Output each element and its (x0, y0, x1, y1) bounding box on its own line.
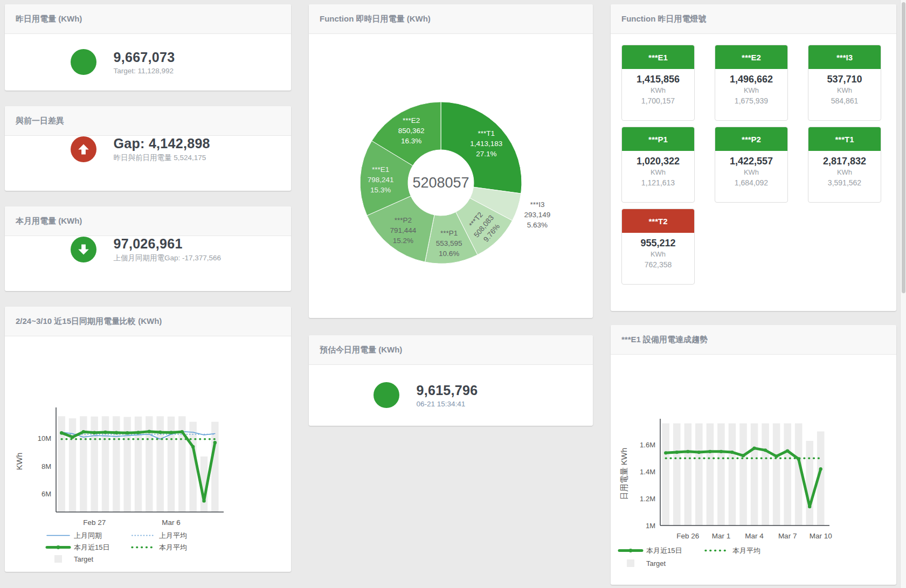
status-tile-P1[interactable]: ***P11,020,322KWh1,121,613 (621, 127, 695, 203)
scrollbar-thumb[interactable] (902, 2, 905, 293)
tile-label: ***P2 (715, 127, 787, 151)
card-month-usage: 本月用電量 (KWh) 97,026,961 上個月同期用電Gap: -17,3… (5, 206, 291, 291)
x-tick-label: Mar 10 (810, 532, 832, 540)
card-e1-trend: ***E1 設備用電達成趨勢 1M1.2M1.4M1.6M日用電量 KWhFeb… (611, 325, 896, 585)
series-point (71, 435, 74, 439)
tile-value: 1,020,322 (622, 156, 694, 167)
card-estimate-header: 預估今日用電量 (KWh) (309, 335, 593, 365)
card-lights: Function 昨日用電燈號 ***E11,415,856KWh1,700,1… (611, 4, 896, 311)
yesterday-target: Target: 11,128,992 (114, 67, 226, 75)
tile-value: 955,212 (622, 238, 694, 249)
series-point (158, 431, 162, 434)
legend-label: 本月近15日 (74, 543, 109, 551)
series-point (697, 451, 701, 454)
tile-unit: KWh (715, 168, 787, 176)
legend-item-本月近15日[interactable]: 本月近15日 (47, 543, 109, 551)
donut-chart: ***T11,413,18327.1%***I3293,1495.63%***T… (309, 34, 593, 316)
yesterday-kpi: 9,667,073 Target: 11,128,992 (5, 34, 291, 90)
series-point (115, 431, 118, 434)
tile-label: ***E1 (622, 45, 694, 69)
status-tile-I3[interactable]: ***I3537,710KWh584,861 (808, 45, 881, 121)
target-bar (773, 423, 780, 525)
dashboard-page: 昨日用電量 (KWh) 9,667,073 Target: 11,128,992… (0, 0, 906, 585)
series-point (686, 450, 689, 453)
series-point (664, 451, 667, 454)
month-value: 97,026,961 (114, 236, 226, 252)
tile-value: 2,817,832 (808, 156, 881, 167)
tile-target: 1,675,939 (715, 96, 787, 105)
target-bar (739, 423, 747, 525)
series-point (82, 430, 85, 433)
tile-unit: KWh (622, 86, 694, 94)
card-yesterday-header: 昨日用電量 (KWh) (5, 4, 291, 34)
card-day-gap-title: 與前一日差異 (16, 116, 64, 125)
estimate-kpi: 9,615,796 06-21 15:34:41 (309, 365, 593, 425)
legend-item-本月近15日[interactable]: 本月近15日 (619, 547, 682, 555)
series-point (752, 446, 756, 449)
y-tick-label: 8M (42, 462, 51, 471)
card-lights-header: Function 昨日用電燈號 (611, 4, 896, 34)
tile-target: 1,684,092 (715, 178, 787, 187)
card-month-title: 本月用電量 (KWh) (16, 216, 82, 225)
card-month-header: 本月用電量 (KWh) (5, 206, 291, 236)
status-tile-E2[interactable]: ***E21,496,662KWh1,675,939 (715, 45, 788, 121)
legend-label: 本月平均 (732, 547, 760, 555)
target-bar (695, 423, 703, 525)
tile-label: ***P1 (622, 127, 694, 151)
series-point (169, 431, 172, 434)
x-tick-label: Mar 7 (778, 532, 797, 540)
target-bar (91, 417, 98, 512)
target-bar (717, 423, 725, 525)
middle-column: Function 即時日用電量 (KWh) ***T11,413,18327.1… (309, 4, 593, 585)
series-point (786, 449, 789, 452)
card-lights-title: Function 昨日用電燈號 (621, 14, 707, 23)
legend-label: Target (74, 555, 94, 563)
target-bar (751, 423, 758, 525)
card-day-gap-header: 與前一日差異 (5, 106, 291, 136)
card-yesterday-title: 昨日用電量 (KWh) (16, 14, 82, 23)
target-bar (784, 423, 791, 525)
series-point (60, 431, 63, 434)
tile-label: ***E2 (715, 45, 787, 69)
donut-label-I3: ***I3293,1495.63% (524, 200, 551, 229)
legend-label: 本月平均 (159, 543, 187, 551)
tile-label: ***I3 (808, 45, 881, 69)
lights-grid: ***E11,415,856KWh1,700,157***E21,496,662… (611, 34, 896, 285)
status-tile-T2[interactable]: ***T2955,212KWh762,358 (621, 209, 695, 285)
series-point (742, 454, 745, 457)
scrollbar[interactable] (900, 0, 906, 588)
target-bar (673, 423, 681, 525)
y-axis-label: KWh (15, 453, 24, 471)
y-axis-label: 日用電量 KWh (619, 448, 628, 500)
status-tile-E1[interactable]: ***E11,415,856KWh1,700,157 (621, 45, 695, 121)
series-point (181, 430, 184, 433)
legend-item-Target[interactable]: Target (627, 559, 666, 568)
tile-unit: KWh (622, 250, 694, 258)
target-bar (69, 418, 76, 512)
x-tick-label: Feb 26 (676, 532, 699, 540)
card-compare15-header: 2/24~3/10 近15日同期用電量比較 (KWh) (5, 307, 291, 336)
tile-value: 537,710 (808, 74, 881, 85)
month-gap-subtext: 上個月同期用電Gap: -17,377,566 (114, 253, 226, 263)
y-tick-label: 10M (38, 434, 51, 442)
status-tile-P2[interactable]: ***P21,422,557KWh1,684,092 (715, 127, 788, 203)
legend-item-本月平均[interactable]: 本月平均 (706, 547, 760, 555)
card-compare15-title: 2/24~3/10 近15日同期用電量比較 (KWh) (16, 316, 162, 326)
y-tick-label: 1.6M (640, 441, 655, 449)
legend-item-上月平均[interactable]: 上月平均 (132, 531, 187, 539)
status-tile-T1[interactable]: ***T12,817,832KWh3,591,562 (808, 127, 881, 203)
series-point (103, 431, 107, 434)
legend-item-Target[interactable]: Target (54, 555, 94, 563)
tile-target: 584,861 (808, 96, 881, 105)
legend-item-上月同期[interactable]: 上月同期 (47, 531, 102, 539)
y-tick-label: 1M (646, 522, 655, 530)
legend-item-本月平均[interactable]: 本月平均 (132, 543, 187, 551)
e1-trend-chart: 1M1.2M1.4M1.6M日用電量 KWhFeb 26Mar 1Mar 4Ma… (611, 355, 895, 583)
arrow-down-icon (71, 237, 96, 262)
tile-unit: KWh (622, 168, 694, 176)
tile-target: 1,121,613 (622, 178, 694, 187)
x-tick-label: Feb 27 (83, 518, 106, 527)
target-bar (662, 423, 669, 525)
series-point (708, 450, 711, 453)
legend-label: 上月平均 (159, 531, 187, 539)
